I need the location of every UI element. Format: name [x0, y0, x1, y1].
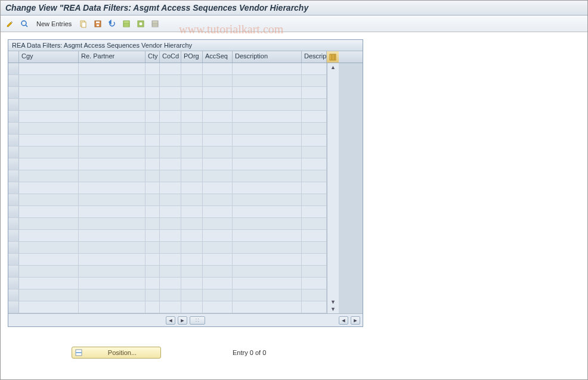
- col-header-accseq[interactable]: AccSeq: [203, 51, 233, 63]
- table-cell[interactable]: [181, 206, 203, 218]
- table-cell[interactable]: [302, 147, 327, 158]
- horizontal-scrollbar[interactable]: ◄ ► ∷ ◄ ►: [8, 313, 363, 326]
- table-cell[interactable]: [160, 266, 181, 278]
- table-cell[interactable]: [233, 278, 302, 289]
- table-cell[interactable]: [233, 242, 302, 254]
- table-cell[interactable]: [181, 170, 203, 182]
- table-cell[interactable]: [203, 158, 233, 170]
- table-row[interactable]: [8, 99, 327, 111]
- table-cell[interactable]: [233, 194, 302, 206]
- table-row[interactable]: [8, 254, 327, 266]
- table-cell[interactable]: [146, 289, 160, 301]
- table-cell[interactable]: [160, 218, 181, 230]
- table-cell[interactable]: [181, 182, 203, 194]
- table-cell[interactable]: [146, 266, 160, 278]
- table-cell[interactable]: [19, 289, 79, 301]
- table-cell[interactable]: [181, 301, 203, 313]
- table-cell[interactable]: [233, 99, 302, 111]
- table-cell[interactable]: [19, 230, 79, 242]
- table-row[interactable]: [8, 63, 327, 75]
- table-cell[interactable]: [79, 218, 146, 230]
- row-selector[interactable]: [8, 158, 19, 170]
- table-cell[interactable]: [233, 301, 302, 313]
- table-cell[interactable]: [302, 206, 327, 218]
- table-row[interactable]: [8, 170, 327, 182]
- deselect-all-icon[interactable]: [149, 18, 161, 30]
- table-cell[interactable]: [79, 158, 146, 170]
- table-cell[interactable]: [233, 170, 302, 182]
- table-row[interactable]: [8, 123, 327, 135]
- scroll-down-icon[interactable]: ▼: [330, 299, 336, 305]
- table-cell[interactable]: [302, 135, 327, 147]
- table-cell[interactable]: [19, 111, 79, 123]
- table-cell[interactable]: [181, 194, 203, 206]
- table-cell[interactable]: [203, 99, 233, 111]
- table-cell[interactable]: [79, 278, 146, 289]
- table-cell[interactable]: [203, 242, 233, 254]
- table-cell[interactable]: [203, 289, 233, 301]
- table-row[interactable]: [8, 111, 327, 123]
- table-row[interactable]: [8, 218, 327, 230]
- table-row[interactable]: [8, 182, 327, 194]
- table-cell[interactable]: [302, 194, 327, 206]
- table-cell[interactable]: [79, 182, 146, 194]
- table-cell[interactable]: [203, 135, 233, 147]
- col-header-descript2[interactable]: Descript: [302, 51, 327, 63]
- table-cell[interactable]: [233, 87, 302, 99]
- configure-columns-icon[interactable]: [327, 51, 339, 63]
- table-cell[interactable]: [302, 158, 327, 170]
- row-selector[interactable]: [8, 218, 19, 230]
- table-cell[interactable]: [160, 135, 181, 147]
- row-selector[interactable]: [8, 242, 19, 254]
- select-all-icon[interactable]: [120, 18, 132, 30]
- scroll-left-end-icon[interactable]: ◄: [339, 316, 348, 325]
- table-cell[interactable]: [233, 135, 302, 147]
- table-cell[interactable]: [302, 301, 327, 313]
- vertical-scrollbar[interactable]: ▲ ▼ ▼: [327, 63, 339, 313]
- new-entries-button[interactable]: New Entries: [33, 20, 75, 27]
- table-cell[interactable]: [203, 111, 233, 123]
- table-cell[interactable]: [181, 111, 203, 123]
- table-cell[interactable]: [79, 75, 146, 87]
- table-cell[interactable]: [19, 206, 79, 218]
- table-cell[interactable]: [181, 254, 203, 266]
- table-cell[interactable]: [302, 182, 327, 194]
- table-cell[interactable]: [181, 289, 203, 301]
- table-cell[interactable]: [146, 75, 160, 87]
- table-cell[interactable]: [160, 75, 181, 87]
- table-cell[interactable]: [146, 242, 160, 254]
- row-selector[interactable]: [8, 194, 19, 206]
- table-cell[interactable]: [233, 63, 302, 75]
- table-cell[interactable]: [146, 182, 160, 194]
- table-row[interactable]: [8, 75, 327, 87]
- table-cell[interactable]: [233, 254, 302, 266]
- table-cell[interactable]: [79, 87, 146, 99]
- row-selector[interactable]: [8, 99, 19, 111]
- scroll-right-end-icon[interactable]: ►: [351, 316, 360, 325]
- table-cell[interactable]: [19, 301, 79, 313]
- table-cell[interactable]: [79, 289, 146, 301]
- table-cell[interactable]: [181, 123, 203, 135]
- other-view-icon[interactable]: [18, 18, 30, 30]
- table-cell[interactable]: [160, 170, 181, 182]
- table-cell[interactable]: [203, 123, 233, 135]
- row-selector[interactable]: [8, 87, 19, 99]
- row-selector[interactable]: [8, 289, 19, 301]
- table-cell[interactable]: [79, 135, 146, 147]
- table-cell[interactable]: [233, 218, 302, 230]
- copy-icon[interactable]: [78, 18, 89, 30]
- table-cell[interactable]: [79, 170, 146, 182]
- table-cell[interactable]: [19, 147, 79, 158]
- save-icon[interactable]: [92, 18, 104, 30]
- table-cell[interactable]: [79, 254, 146, 266]
- table-cell[interactable]: [19, 218, 79, 230]
- table-cell[interactable]: [19, 123, 79, 135]
- table-cell[interactable]: [79, 194, 146, 206]
- table-cell[interactable]: [19, 135, 79, 147]
- table-cell[interactable]: [160, 87, 181, 99]
- table-cell[interactable]: [233, 289, 302, 301]
- table-cell[interactable]: [302, 170, 327, 182]
- table-cell[interactable]: [79, 99, 146, 111]
- table-cell[interactable]: [181, 99, 203, 111]
- table-cell[interactable]: [203, 75, 233, 87]
